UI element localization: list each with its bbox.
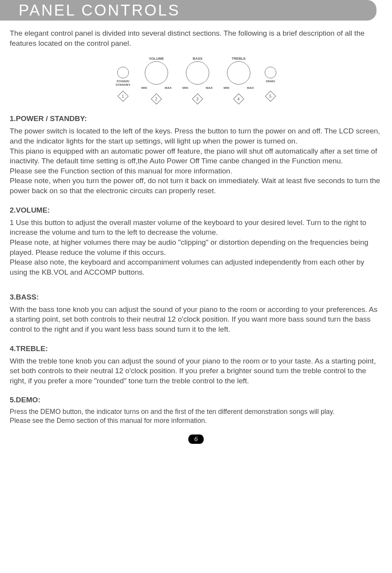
diamond-marker-2: 2 <box>151 93 162 104</box>
section-1-body: The power switch is located to the left … <box>10 126 382 196</box>
control-3-minmax: MIN MAX <box>182 86 213 90</box>
treble-knob-icon <box>227 61 250 85</box>
title-bar: PANEL CONTROLS <box>0 0 376 21</box>
control-2-minmax: MIN MAX <box>141 86 172 90</box>
volume-knob-icon <box>145 61 168 85</box>
diamond-marker-1: 1 <box>118 91 128 102</box>
control-5-bottom-label: DEMO <box>266 80 275 83</box>
control-power-standby: POWER/ STANDBY 1 <box>116 57 130 100</box>
section-4-body: With the treble tone knob you can adjust… <box>10 356 382 386</box>
section-1-heading: 1.POWER / STANDBY: <box>10 114 382 123</box>
diamond-marker-4: 4 <box>233 93 244 104</box>
control-volume: VOLUME MIN MAX 2 <box>141 57 172 103</box>
section-3-body: With the bass tone knob you can adjust t… <box>10 305 382 334</box>
demo-button-icon <box>265 67 276 78</box>
section-4-heading: 4.TREBLE: <box>10 344 382 353</box>
bass-knob-icon <box>186 61 209 85</box>
diamond-marker-3: 3 <box>192 93 203 104</box>
diagram-row: POWER/ STANDBY 1 VOLUME MIN MAX 2 BASS M… <box>116 57 276 103</box>
content-area: The elegant control panel is divided int… <box>0 21 392 459</box>
control-treble: TREBLE MIN MAX 4 <box>224 57 254 103</box>
control-3-top-label: BASS <box>193 57 203 61</box>
page-title: PANEL CONTROLS <box>19 2 376 19</box>
section-2-heading: 2.VOLUME: <box>10 206 382 215</box>
diamond-marker-5: 5 <box>265 91 276 102</box>
power-button-icon <box>117 67 129 78</box>
section-2-body: 1 Use this button to adjust the overall … <box>10 218 382 277</box>
panel-diagram: POWER/ STANDBY 1 VOLUME MIN MAX 2 BASS M… <box>10 55 382 103</box>
control-4-top-label: TREBLE <box>232 57 246 61</box>
control-bass: BASS MIN MAX 3 <box>182 57 213 103</box>
control-1-bottom-label: POWER/ STANDBY <box>116 80 130 87</box>
section-5-body: Press the DEMO button, the indicator tur… <box>10 407 382 425</box>
page-number: 6 <box>188 435 204 444</box>
section-3-heading: 3.BASS: <box>10 293 382 301</box>
section-5-heading: 5.DEMO: <box>10 396 382 404</box>
control-4-minmax: MIN MAX <box>224 86 254 90</box>
control-demo: DEMO 5 <box>265 57 276 100</box>
intro-text: The elegant control panel is divided int… <box>10 28 382 48</box>
page-number-wrap: 6 <box>10 435 382 444</box>
control-2-top-label: VOLUME <box>149 57 164 61</box>
